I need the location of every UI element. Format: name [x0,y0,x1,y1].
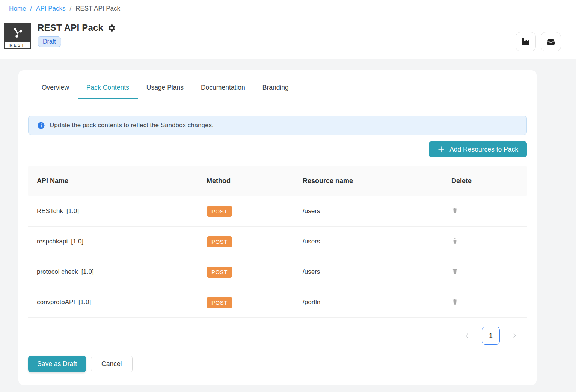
breadcrumb-separator: / [70,5,72,12]
table-row: RESTchk [1.0] POST /users [28,196,527,227]
breadcrumb-api-packs-link[interactable]: API Packs [36,5,65,12]
column-header-delete: Delete [443,166,527,196]
inbox-button[interactable] [541,32,561,51]
page-number-button[interactable]: 1 [482,327,500,345]
api-name: RESTchk [37,207,63,215]
delete-button[interactable] [451,237,458,246]
next-page-button[interactable] [511,332,518,339]
cancel-button[interactable]: Cancel [91,356,132,372]
toolbar: Add Resources to Pack [28,141,527,157]
tab-overview[interactable]: Overview [33,78,78,99]
breadcrumb-home-link[interactable]: Home [9,5,26,12]
method-badge: POST [207,206,232,217]
pack-logo: REST [4,23,31,49]
info-icon [38,122,45,129]
table-row: respchkapi [1.0] POST /users [28,227,527,257]
table-row: protocol check [1.0] POST /users [28,257,527,287]
api-name: respchkapi [37,238,68,245]
breadcrumb: Home / API Packs / REST API Pack [9,5,120,12]
chevron-right-icon [511,332,518,339]
tab-documentation[interactable]: Documentation [192,78,254,99]
api-name: protocol check [37,268,78,276]
method-badge: POST [207,236,232,247]
tab-bar: Overview Pack Contents Usage Plans Docum… [28,70,527,99]
status-badge: Draft [38,36,61,47]
settings-gear-icon[interactable] [107,24,116,32]
trash-icon [452,268,458,275]
tab-pack-contents[interactable]: Pack Contents [78,78,138,99]
resource-name: /users [303,207,320,215]
trash-icon [452,207,458,214]
column-header-method: Method [198,166,294,196]
hub-icon [4,23,31,42]
header-actions [516,32,561,51]
page-header: Home / API Packs / REST API Pack RES [0,0,576,59]
api-version: [1.0] [78,299,91,306]
delete-button[interactable] [451,267,458,276]
save-as-draft-button[interactable]: Save as Draft [28,356,86,372]
resources-table: API Name Method Resource name Delete RES… [28,166,527,318]
info-banner: Update the pack contents to reflect the … [28,116,527,135]
add-resources-label: Add Resources to Pack [449,146,518,153]
api-version: [1.0] [66,207,79,215]
chevron-left-icon [464,332,470,339]
delete-button[interactable] [451,207,458,216]
pagination: 1 [28,327,527,345]
table-row: convprotoAPI [1.0] POST /portln [28,287,527,318]
banner-message: Update the pack contents to reflect the … [50,122,214,129]
method-badge: POST [207,297,232,308]
pack-logo-label: REST [5,42,30,48]
trash-icon [452,299,458,305]
api-version: [1.0] [71,238,83,245]
breadcrumb-current-page: REST API Pack [75,5,120,12]
resource-name: /users [303,238,320,245]
plus-icon [437,146,445,153]
delete-button[interactable] [451,298,458,307]
resource-name: /users [303,268,320,276]
breadcrumb-separator: / [30,5,32,12]
tab-branding[interactable]: Branding [254,78,297,99]
add-resources-button[interactable]: Add Resources to Pack [429,141,527,157]
factory-button[interactable] [516,32,536,51]
factory-icon [521,37,530,46]
trash-icon [452,238,458,244]
api-name: convprotoAPI [37,299,75,306]
resource-name: /portln [303,299,320,306]
footer-actions: Save as Draft Cancel [28,356,527,372]
pack-contents-card: Overview Pack Contents Usage Plans Docum… [18,70,537,385]
inbox-icon [546,37,555,46]
page-title: REST API Pack [38,23,103,33]
api-version: [1.0] [81,268,94,276]
tab-usage-plans[interactable]: Usage Plans [138,78,192,99]
table-header: API Name Method Resource name Delete [28,166,527,196]
page-body: Overview Pack Contents Usage Plans Docum… [0,59,576,392]
column-header-resource-name: Resource name [294,166,443,196]
previous-page-button[interactable] [464,332,470,339]
method-badge: POST [207,267,232,278]
column-header-api-name: API Name [28,166,198,196]
title-block: REST API Pack Draft [38,23,116,47]
